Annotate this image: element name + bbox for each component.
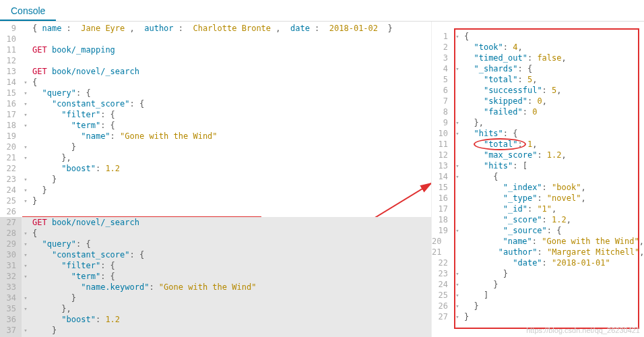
code-line[interactable]: 15▾ "query": {: [0, 88, 431, 98]
code-content[interactable]: "_index": "book",: [461, 182, 644, 193]
code-line[interactable]: 25▾}: [0, 195, 431, 206]
code-line[interactable]: 10: [0, 34, 431, 44]
code-line[interactable]: 27▾}: [432, 311, 644, 322]
code-line[interactable]: 5 "total": 5,: [432, 74, 644, 85]
code-line[interactable]: 23▾ }: [0, 174, 431, 185]
code-content[interactable]: {: [461, 31, 644, 42]
tab-console[interactable]: Console: [0, 0, 56, 21]
code-content[interactable]: "filter": {: [30, 109, 431, 120]
fold-toggle-icon[interactable]: ▾: [22, 303, 30, 314]
fold-toggle-icon[interactable]: ▾: [453, 279, 461, 290]
code-line[interactable]: 11 "total": 1,: [432, 139, 644, 150]
code-content[interactable]: "_score": 1.2,: [461, 214, 644, 225]
code-line[interactable]: 13▾ "hits": [: [432, 160, 644, 171]
code-content[interactable]: "hits": [: [461, 160, 644, 171]
code-content[interactable]: "hits": {: [461, 128, 644, 139]
code-line[interactable]: 12 "max_score": 1.2,: [432, 150, 644, 160]
code-content[interactable]: "constant_score": {: [30, 98, 431, 109]
code-content[interactable]: }: [461, 301, 644, 311]
code-content[interactable]: }: [30, 142, 431, 152]
code-line[interactable]: 28▾{: [0, 228, 431, 239]
fold-toggle-icon[interactable]: ▾: [453, 171, 461, 182]
code-content[interactable]: [30, 34, 431, 44]
code-content[interactable]: },: [30, 303, 431, 314]
code-content[interactable]: {: [461, 171, 644, 182]
code-content[interactable]: GET book/_mapping: [30, 44, 431, 55]
code-line[interactable]: 10▾ "hits": {: [432, 128, 644, 139]
code-content[interactable]: "boost": 1.2: [30, 163, 431, 174]
fold-toggle-icon[interactable]: ▾: [453, 160, 461, 171]
code-content[interactable]: "query": {: [30, 239, 431, 249]
code-content[interactable]: "skipped": 0,: [461, 96, 644, 106]
code-content[interactable]: "total": 5,: [461, 74, 644, 85]
fold-toggle-icon[interactable]: ▾: [22, 120, 30, 131]
code-content[interactable]: "_id": "1",: [461, 204, 644, 214]
code-line[interactable]: 21 "author": "Margaret Mitchell",: [432, 247, 644, 257]
fold-toggle-icon[interactable]: ▾: [453, 117, 461, 128]
code-line[interactable]: 16 "_type": "novel",: [432, 193, 644, 204]
code-content[interactable]: "name": "Gone with the Wind": [30, 131, 431, 142]
code-line[interactable]: 26▾ }: [432, 301, 644, 311]
code-line[interactable]: 35▾ },: [0, 303, 431, 314]
code-content[interactable]: }: [30, 195, 431, 206]
code-content[interactable]: "boost": 1.2: [30, 314, 431, 325]
fold-toggle-icon[interactable]: ▾: [22, 228, 30, 239]
code-content[interactable]: "_shards": {: [461, 63, 644, 74]
fold-toggle-icon[interactable]: ▾: [22, 109, 30, 120]
code-line[interactable]: 12: [0, 55, 431, 66]
code-line[interactable]: 22 "boost": 1.2: [0, 163, 431, 174]
code-content[interactable]: "max_score": 1.2,: [461, 150, 644, 160]
code-line[interactable]: 22 "date": "2018-01-01": [432, 257, 644, 268]
code-content[interactable]: }: [461, 279, 644, 290]
code-line[interactable]: 17▾ "filter": {: [0, 109, 431, 120]
code-line[interactable]: 31▾ "filter": {: [0, 260, 431, 271]
code-content[interactable]: }: [30, 325, 431, 336]
code-content[interactable]: "took": 4,: [461, 42, 644, 53]
code-content[interactable]: }: [30, 174, 431, 185]
code-line[interactable]: 2 "took": 4,: [432, 42, 644, 53]
code-line[interactable]: 7 "skipped": 0,: [432, 96, 644, 106]
fold-toggle-icon[interactable]: ▾: [22, 260, 30, 271]
code-line[interactable]: 37▾ }: [0, 325, 431, 336]
code-content[interactable]: "author": "Margaret Mitchell",: [447, 247, 644, 257]
fold-toggle-icon[interactable]: ▾: [22, 249, 30, 260]
code-line[interactable]: 14▾ {: [432, 171, 644, 182]
fold-toggle-icon[interactable]: ▾: [22, 88, 30, 98]
code-line[interactable]: 11GET book/_mapping: [0, 44, 431, 55]
response-viewer[interactable]: 1▾{2 "took": 4,3 "timed_out": false,4▾ "…: [431, 22, 644, 337]
code-line[interactable]: 15 "_index": "book",: [432, 182, 644, 193]
fold-toggle-icon[interactable]: ▾: [453, 31, 461, 42]
code-content[interactable]: "total": 1,: [461, 139, 644, 150]
code-line[interactable]: 20▾ }: [0, 142, 431, 152]
code-content[interactable]: "timed_out": false,: [461, 53, 644, 63]
code-line[interactable]: 1▾{: [432, 31, 644, 42]
fold-toggle-icon[interactable]: ▾: [453, 268, 461, 279]
code-content[interactable]: "filter": {: [30, 260, 431, 271]
fold-toggle-icon[interactable]: ▾: [22, 195, 30, 206]
fold-toggle-icon[interactable]: ▾: [453, 301, 461, 311]
code-line[interactable]: 33 "name.keyword": "Gone with the Wind": [0, 282, 431, 293]
code-content[interactable]: }: [30, 293, 431, 303]
code-line[interactable]: 23▾ }: [432, 268, 644, 279]
code-content[interactable]: },: [461, 117, 644, 128]
code-line[interactable]: 18▾ "term": {: [0, 120, 431, 131]
code-line[interactable]: 16▾ "constant_score": {: [0, 98, 431, 109]
code-content[interactable]: {: [30, 228, 431, 239]
code-line[interactable]: 24▾ }: [432, 279, 644, 290]
request-editor[interactable]: ▶ 🔧 9{ name : Jane Eyre , author : Charl…: [0, 22, 431, 337]
fold-toggle-icon[interactable]: ▾: [453, 128, 461, 139]
fold-toggle-icon[interactable]: ▾: [22, 185, 30, 195]
code-content[interactable]: "name.keyword": "Gone with the Wind": [30, 282, 431, 293]
code-line[interactable]: 9▾ },: [432, 117, 644, 128]
code-content[interactable]: GET book/novel/_search: [30, 217, 431, 228]
code-line[interactable]: 30▾ "constant_score": {: [0, 249, 431, 260]
fold-toggle-icon[interactable]: ▾: [453, 311, 461, 322]
code-content[interactable]: "query": {: [30, 88, 431, 98]
code-content[interactable]: {: [30, 77, 431, 88]
code-line[interactable]: 32▾ "term": {: [0, 271, 431, 282]
fold-toggle-icon[interactable]: ▾: [453, 63, 461, 74]
code-line[interactable]: 13GET book/novel/_search: [0, 66, 431, 77]
code-content[interactable]: "successful": 5,: [461, 85, 644, 96]
code-line[interactable]: 26: [0, 206, 431, 217]
code-line[interactable]: 27GET book/novel/_search: [0, 217, 431, 228]
